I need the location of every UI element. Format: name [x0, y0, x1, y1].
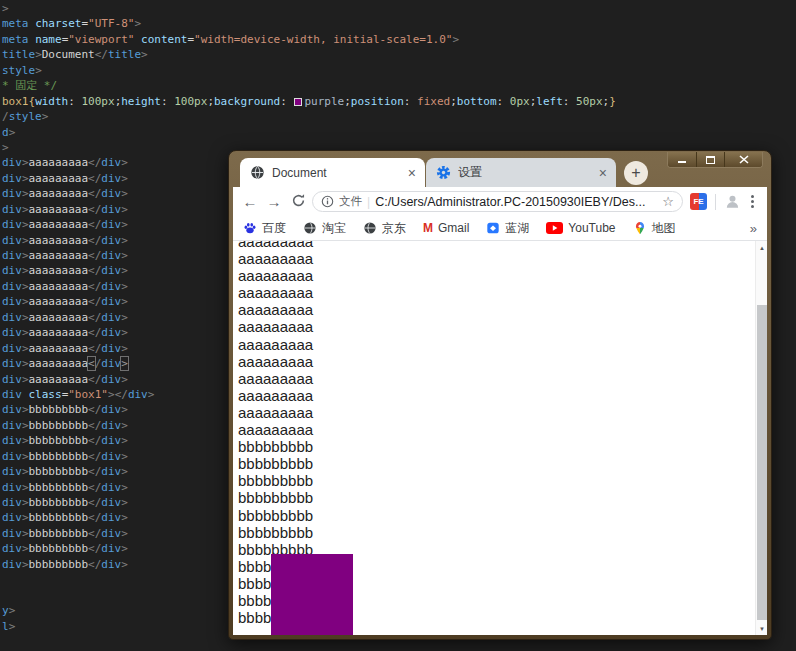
bookmark-gmail[interactable]: M Gmail	[423, 221, 469, 235]
info-icon[interactable]	[321, 195, 334, 208]
tab-settings[interactable]: 设置 ×	[426, 158, 616, 187]
code-line: >	[2, 1, 796, 16]
maximize-icon	[706, 156, 715, 164]
scroll-up-arrow[interactable]: ▲	[756, 241, 767, 254]
bookmarks-bar: 百度 淘宝 京东 M Gmail	[233, 216, 767, 241]
scrollbar[interactable]: ▲ ▼	[755, 241, 767, 635]
globe-favicon-icon	[250, 165, 265, 180]
page-text-line: aaaaaaaaa	[238, 370, 767, 387]
file-scheme-label: 文件	[339, 194, 362, 209]
tab-title: 设置	[458, 164, 592, 181]
code-line: * 固定 */	[2, 78, 796, 93]
code-line: meta charset="UTF-8">	[2, 16, 796, 31]
purple-box	[271, 554, 353, 635]
page-text-line: bbbbbbbbb	[238, 489, 767, 506]
scroll-down-arrow[interactable]: ▼	[756, 622, 767, 635]
bookmark-label: 地图	[652, 220, 676, 237]
plus-icon: +	[631, 164, 640, 182]
code-line: style>	[2, 63, 796, 78]
bookmark-label: 百度	[262, 220, 286, 237]
page-text-line: aaaaaaaaa	[238, 284, 767, 301]
tab-close-icon[interactable]: ×	[599, 166, 607, 180]
reload-icon	[291, 193, 306, 208]
bookmark-label: 京东	[382, 220, 406, 237]
page-text-line: bbbbbbbbb	[238, 438, 767, 455]
page-text-line: aaaaaaaaa	[238, 353, 767, 370]
menu-icon[interactable]	[745, 195, 760, 208]
maps-pin-icon	[633, 221, 647, 235]
bookmark-jd[interactable]: 京东	[363, 220, 406, 237]
tab-strip: Document × 设置 × +	[240, 158, 648, 187]
bookmark-maps[interactable]: 地图	[633, 220, 676, 237]
scrollbar-thumb[interactable]	[757, 305, 767, 620]
code-line: d>	[2, 125, 796, 140]
page-text-line: aaaaaaaaa	[238, 250, 767, 267]
lanhu-icon	[486, 221, 500, 235]
profile-avatar-icon[interactable]	[724, 193, 741, 210]
globe-icon	[363, 221, 377, 235]
bookmark-label: 蓝湖	[505, 220, 529, 237]
back-button[interactable]: ←	[240, 194, 260, 209]
bookmark-star-icon[interactable]: ☆	[662, 194, 674, 209]
browser-toolbar: ← → 文件 | C:/Users/Administrator.PC-20150…	[233, 187, 767, 216]
tab-close-icon[interactable]: ×	[408, 166, 416, 180]
page-text-line: bbbbbbbbb	[238, 507, 767, 524]
page-text-line: bbbbbbbbb	[238, 472, 767, 489]
youtube-icon	[546, 222, 563, 234]
extension-fe-icon[interactable]: FE	[690, 193, 707, 210]
close-icon	[739, 155, 749, 164]
bookmark-lanhu[interactable]: 蓝湖	[486, 220, 529, 237]
code-line: meta name="viewport" content="width=devi…	[2, 32, 796, 47]
gmail-m-icon: M	[423, 221, 433, 235]
window-titlebar: Document × 设置 × +	[233, 151, 767, 187]
code-line: /style>	[2, 109, 796, 124]
page-text-line: aaaaaaaaa	[238, 387, 767, 404]
forward-button[interactable]: →	[264, 194, 284, 209]
baidu-paw-icon	[243, 221, 257, 235]
new-tab-button[interactable]: +	[624, 161, 648, 185]
page-text-line: aaaaaaaaa	[238, 404, 767, 421]
bookmark-label: Gmail	[438, 221, 469, 235]
url-text[interactable]: C:/Users/Administrator.PC-20150930IEBY/D…	[375, 195, 657, 209]
window-controls	[667, 152, 763, 168]
bookmarks-overflow-chevron[interactable]: »	[750, 221, 757, 236]
minimize-button[interactable]	[668, 152, 696, 167]
maximize-button[interactable]	[696, 152, 724, 167]
page-viewport: aaaaaaaaaaaaaaaaaaaaaaaaaaaaaaaaaaaaaaaa…	[233, 241, 767, 635]
bookmark-label: 淘宝	[322, 220, 346, 237]
page-text-line: aaaaaaaaa	[238, 241, 767, 250]
bookmark-youtube[interactable]: YouTube	[546, 221, 615, 235]
globe-icon	[303, 221, 317, 235]
page-text-line: aaaaaaaaa	[238, 421, 767, 438]
code-line: title>Document</title>	[2, 47, 796, 62]
tab-document[interactable]: Document ×	[240, 158, 425, 187]
page-text-line: aaaaaaaaa	[238, 267, 767, 284]
bookmark-label: YouTube	[568, 221, 615, 235]
page-text-line: aaaaaaaaa	[238, 336, 767, 353]
page-text-line: bbbbbbbbb	[238, 455, 767, 472]
page-text-line: aaaaaaaaa	[238, 301, 767, 318]
gear-icon	[436, 165, 451, 180]
separator: |	[367, 195, 370, 209]
page-text-line: bbbbbbbbb	[238, 524, 767, 541]
browser-window: Document × 设置 × + ← →	[228, 150, 772, 640]
page-text-line: aaaaaaaaa	[238, 318, 767, 335]
minimize-icon	[678, 161, 686, 163]
bookmark-taobao[interactable]: 淘宝	[303, 220, 346, 237]
toolbar-divider	[715, 194, 716, 210]
tab-title: Document	[272, 166, 401, 180]
bookmark-baidu[interactable]: 百度	[243, 220, 286, 237]
address-bar[interactable]: 文件 | C:/Users/Administrator.PC-20150930I…	[312, 191, 683, 212]
close-window-button[interactable]	[724, 152, 762, 167]
reload-button[interactable]	[288, 193, 308, 210]
code-line: box1{width: 100px;height: 100px;backgrou…	[2, 94, 796, 109]
screen: >meta charset="UTF-8">meta name="viewpor…	[0, 0, 796, 651]
